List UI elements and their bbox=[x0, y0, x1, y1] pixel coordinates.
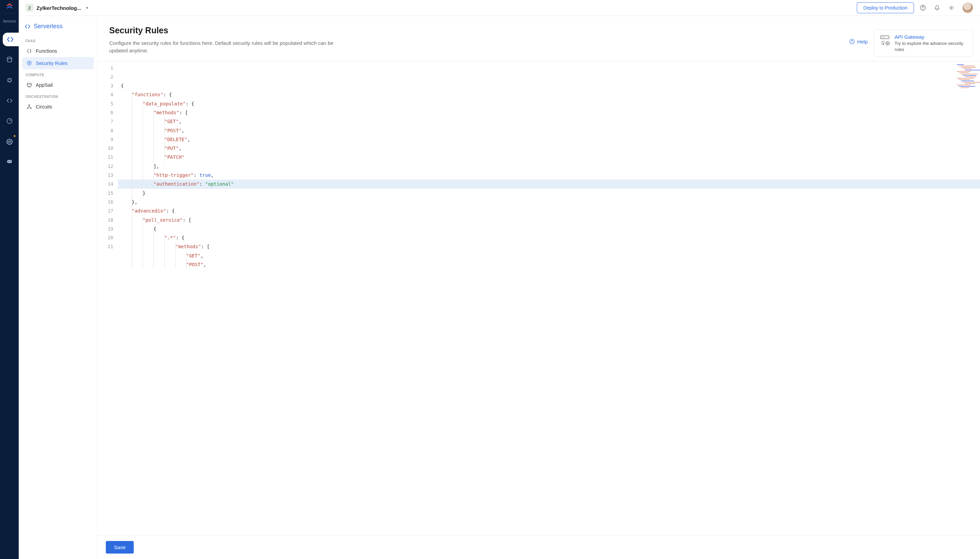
page-header: Security Rules Configure the security ru… bbox=[98, 16, 490, 61]
svg-rect-4 bbox=[7, 160, 12, 163]
bug-icon bbox=[6, 76, 13, 84]
rail-database[interactable] bbox=[3, 53, 17, 67]
serverless-icon bbox=[24, 23, 31, 30]
chevron-down-icon: ▼ bbox=[85, 6, 89, 10]
code-line[interactable]: "PATCH" bbox=[118, 153, 490, 162]
code-line[interactable]: "functions": { bbox=[118, 90, 490, 99]
chat-icon bbox=[6, 158, 13, 165]
sidebar-title-text: Serverless bbox=[34, 23, 63, 30]
main: Security Rules Configure the security ru… bbox=[98, 16, 490, 280]
code-line[interactable]: ".*": { bbox=[118, 233, 490, 242]
sidebar-item-security-rules[interactable]: Security Rules bbox=[22, 57, 94, 69]
code-line[interactable]: }, bbox=[118, 198, 490, 207]
code-brackets-icon bbox=[6, 35, 14, 43]
sidebar-item-label: Circuits bbox=[36, 104, 52, 109]
svg-point-14 bbox=[30, 108, 31, 109]
sparkle-badge-icon bbox=[12, 134, 17, 139]
project-selector[interactable]: Z ZylkerTechnolog... ▼ bbox=[25, 4, 89, 12]
code-line[interactable]: "DELETE", bbox=[118, 135, 490, 144]
sidebar-item-appsail[interactable]: AppSail bbox=[22, 79, 94, 91]
svg-point-1 bbox=[8, 79, 11, 82]
code-line[interactable]: "poll_service": [ bbox=[118, 215, 490, 225]
code-line[interactable]: "advancedio": { bbox=[118, 207, 490, 215]
project-name: ZylkerTechnolog... bbox=[36, 5, 81, 11]
svg-point-12 bbox=[29, 104, 30, 106]
services-rail: Services bbox=[0, 0, 19, 280]
sidebar-group-label: FAAS bbox=[22, 35, 94, 45]
sidebar-group-label: COMPUTE bbox=[22, 69, 94, 79]
top-header: Z ZylkerTechnolog... ▼ Deploy to Product… bbox=[19, 0, 490, 16]
code-line[interactable]: "PUT", bbox=[118, 144, 490, 153]
code-line[interactable]: { bbox=[118, 225, 490, 233]
code-line[interactable]: "POST", bbox=[118, 260, 490, 269]
editor-gutter: 123456789101112131415161718192021 bbox=[98, 61, 118, 280]
svg-point-10 bbox=[28, 62, 30, 64]
project-initial-badge: Z bbox=[25, 4, 34, 12]
code-line[interactable]: "methods": [ bbox=[118, 242, 490, 251]
sidebar-group-label: ORCHESTRATION bbox=[22, 91, 94, 101]
rail-debug[interactable] bbox=[3, 73, 17, 87]
code-line[interactable]: "methods": [ bbox=[118, 108, 490, 117]
code-line[interactable]: "POST", bbox=[118, 126, 490, 135]
code-line[interactable]: "GET", bbox=[118, 251, 490, 260]
sidebar-item-functions[interactable]: Functions bbox=[22, 45, 94, 57]
sidebar: Serverless FAASFunctionsSecurity RulesCO… bbox=[19, 16, 98, 280]
svg-rect-11 bbox=[27, 83, 31, 86]
gauge-icon bbox=[6, 117, 13, 125]
sidebar-item-label: Security Rules bbox=[36, 61, 67, 66]
sidebar-item-label: AppSail bbox=[36, 82, 53, 88]
app-logo-icon bbox=[5, 2, 14, 12]
page-description: Configure the security rules for functio… bbox=[109, 40, 341, 55]
svg-point-0 bbox=[7, 57, 12, 59]
code-line[interactable]: { bbox=[118, 81, 490, 90]
rail-chat[interactable] bbox=[3, 155, 17, 169]
code-line[interactable]: "authentication": "optional" bbox=[118, 180, 490, 189]
rail-divider bbox=[5, 13, 14, 13]
sidebar-item-label: Functions bbox=[36, 48, 57, 54]
code-line[interactable]: } bbox=[118, 189, 490, 198]
svg-point-13 bbox=[27, 108, 28, 109]
rail-integrations[interactable] bbox=[3, 94, 17, 108]
code-line[interactable]: "http-trigger": true, bbox=[118, 171, 490, 180]
svg-point-6 bbox=[10, 161, 10, 162]
svg-point-5 bbox=[8, 161, 9, 162]
editor-lines[interactable]: {"functions": {"data_populate": {"method… bbox=[118, 81, 490, 269]
rail-serverless[interactable] bbox=[3, 33, 19, 46]
sidebar-item-circuits[interactable]: Circuits bbox=[22, 101, 94, 113]
code-line[interactable]: ], bbox=[118, 162, 490, 171]
code-line[interactable]: "GET", bbox=[118, 117, 490, 126]
rail-services-label: Services bbox=[3, 19, 16, 23]
page-title: Security Rules bbox=[109, 25, 490, 35]
code-line[interactable]: "data_populate": { bbox=[118, 99, 490, 108]
rail-globe[interactable] bbox=[3, 135, 17, 148]
database-icon bbox=[6, 56, 13, 64]
exchange-icon bbox=[6, 97, 13, 104]
rail-monitor[interactable] bbox=[3, 114, 17, 128]
code-editor[interactable]: 123456789101112131415161718192021 {"func… bbox=[98, 61, 490, 280]
sidebar-title: Serverless bbox=[22, 23, 94, 35]
